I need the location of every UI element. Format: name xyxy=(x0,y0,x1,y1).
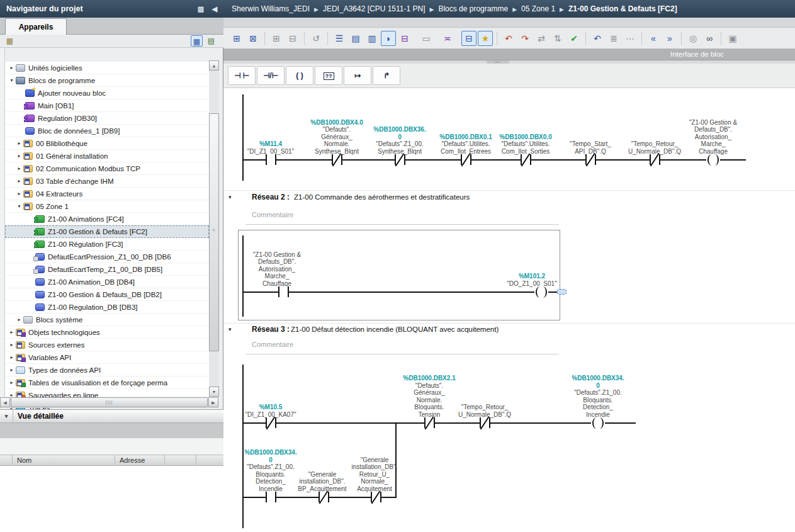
operand-label[interactable]: "Generale installation_DB". Retour_U_ No… xyxy=(347,456,402,493)
nc-contact[interactable] xyxy=(585,154,596,165)
scroll-down-icon[interactable]: ▼ xyxy=(209,387,219,397)
operand-label[interactable]: %M10.5"DI_Z1_00_KA07" xyxy=(236,404,305,418)
detail-col-adresse[interactable]: Adresse xyxy=(115,455,165,466)
operand-label[interactable]: %M11.4"DI_Z1_00_S01" xyxy=(239,140,302,155)
output-coil[interactable] xyxy=(534,286,548,298)
drag-handle[interactable] xyxy=(557,289,567,295)
operand-label[interactable]: "Tempo_Start_ API_DB".Q xyxy=(559,140,622,155)
expand-icon[interactable]: ▸ xyxy=(8,65,16,71)
collapse-icon[interactable]: ▾ xyxy=(8,77,16,83)
find-replace-icon[interactable]: ◎ xyxy=(685,31,701,46)
tree-item-02-communication-modbus[interactable]: ▸02 Communication Modbus TCP xyxy=(5,162,209,175)
scroll-right-icon[interactable]: ▶ xyxy=(208,397,218,407)
insert-row-below-icon[interactable]: ⊟ xyxy=(285,31,300,46)
sort-filter-icon[interactable]: ▩ xyxy=(4,35,16,47)
operand-label[interactable]: "Tempo_Retour_ U_Normale_DB".Q xyxy=(623,140,686,155)
nc-contact[interactable] xyxy=(371,492,381,502)
tree-item-blocs-systeme[interactable]: ▸Blocs système xyxy=(5,314,209,326)
favorite-empty-box-icon[interactable]: ?? xyxy=(315,66,342,85)
tree-item-defautecartpression-db6[interactable]: DefautEcartPression_Z1_00_DB [DB6 xyxy=(5,251,209,263)
lad-editor-canvas[interactable]: %M11.4"DI_Z1_00_S01" %DB1000.DBX4.0"Defa… xyxy=(223,88,795,532)
tree-item-objets-technologiques[interactable]: ▸Objets technologiques xyxy=(5,326,209,339)
tab-appareils[interactable]: Appareils xyxy=(5,18,67,35)
expand-icon[interactable]: ▸ xyxy=(15,140,23,146)
expand-icon[interactable]: ▸ xyxy=(15,191,23,196)
update-block-calls-icon[interactable]: ⇄ xyxy=(534,31,549,46)
expand-icon[interactable]: ▸ xyxy=(8,367,16,373)
favorite-open-branch-icon[interactable]: ↦ xyxy=(344,66,371,85)
operand-label[interactable]: "Z1-00 Gestion & Defauts_DB". Autorisati… xyxy=(679,119,748,156)
favorite-nc-contact-icon[interactable]: ⊣/⊢ xyxy=(257,66,285,85)
network-comments-toggle-icon[interactable]: ▥ xyxy=(364,31,380,46)
nc-contact[interactable] xyxy=(332,154,342,165)
jump-to-next-point-icon[interactable]: » xyxy=(662,31,677,46)
know-how-protection-icon[interactable]: ▣ xyxy=(725,31,740,46)
operand-label[interactable]: "Generale installation_DB". BP_Acquittem… xyxy=(295,471,350,493)
nc-contact[interactable] xyxy=(480,417,490,428)
scroll-up-icon[interactable]: ▲ xyxy=(209,60,219,71)
expand-icon[interactable]: ▸ xyxy=(15,166,23,171)
output-coil[interactable] xyxy=(591,417,605,429)
chevron-down-icon[interactable]: ▾ xyxy=(0,410,13,423)
next-error-icon[interactable]: ↷ xyxy=(517,31,533,46)
detail-col-nom[interactable]: Nom xyxy=(13,455,115,466)
network-comment-placeholder[interactable]: Commentaire xyxy=(252,211,293,218)
insert-empty-box-icon[interactable]: ▭ xyxy=(419,31,434,46)
network-3-title[interactable]: Z1-00 Défaut détection incendie (BLOQUAN… xyxy=(291,325,499,333)
tree-item-regulation-ob30[interactable]: Regulation [OB30] xyxy=(5,112,209,125)
operand-label[interactable]: "Tempo_Retour_ U_Normale_DB".Q xyxy=(456,404,514,418)
breadcrumb-item-zone[interactable]: 05 Zone 1 xyxy=(521,0,555,18)
expand-icon[interactable]: ▸ xyxy=(15,178,23,184)
favorite-no-contact-icon[interactable]: ⊣ ⊢ xyxy=(228,66,256,85)
operand-label[interactable]: %DB1000.DBX36. 0"Defauts".Z1_00. Synthes… xyxy=(368,126,431,155)
favorites-toggle-icon[interactable]: ★ xyxy=(478,31,493,46)
favorite-close-branch-icon[interactable]: ↱ xyxy=(373,66,400,85)
detail-view-header[interactable]: ▾ Vue détaillée xyxy=(0,409,223,423)
call-structure-icon[interactable]: ≣ xyxy=(606,31,621,46)
nc-contact[interactable] xyxy=(521,154,531,165)
no-contact[interactable] xyxy=(266,154,276,165)
tree-item-00-bibliotheque[interactable]: ▸00 Blibliothèque xyxy=(5,137,209,150)
expand-icon[interactable]: ▸ xyxy=(8,380,16,385)
nc-contact[interactable] xyxy=(395,154,405,165)
reset-start-values-icon[interactable]: ↺ xyxy=(308,31,324,46)
details-display-icon[interactable]: ▦ xyxy=(191,35,203,47)
expand-icon[interactable]: ▸ xyxy=(8,329,16,335)
breadcrumb-item-current-block[interactable]: Z1-00 Gestion & Defauts [FC2] xyxy=(568,0,677,18)
tree-item-z1-00-gestion-defauts-fc2[interactable]: Z1-00 Gestion & Defauts [FC2] xyxy=(5,225,209,238)
tree-item-z1-00-gestion-defauts-db2[interactable]: Z1-00 Gestion & Defauts_DB [DB2] xyxy=(5,288,209,301)
scroll-left-icon[interactable]: ◀ xyxy=(0,397,10,407)
tree-item-z1-00-animations-fc4[interactable]: Z1-00 Animations [FC4] xyxy=(5,213,209,225)
operand-label[interactable]: %DB1000.DBX0.1"Defauts".Utilites. Com_Il… xyxy=(434,133,497,156)
operand-label[interactable]: %DB1000.DBX34. 0"Defauts".Z1_00. Bloquan… xyxy=(563,375,633,418)
consistency-check-icon[interactable]: ✔ xyxy=(567,31,582,46)
expand-icon[interactable]: ▸ xyxy=(15,153,23,159)
tree-item-04-extracteurs[interactable]: ▸04 Extracteurs xyxy=(5,188,209,200)
jump-to-previous-point-icon[interactable]: « xyxy=(646,31,661,46)
pin-panel-icon[interactable]: ▥ xyxy=(195,3,206,14)
collapse-icon[interactable]: ▾ xyxy=(15,203,23,209)
tree-item-blocs-de-programme[interactable]: ▾Blocs de programme xyxy=(5,74,209,87)
expand-icon[interactable]: ▸ xyxy=(8,342,16,348)
goto-previous-usage-icon[interactable]: ↶ xyxy=(590,31,605,46)
insert-row-icon[interactable]: ⊞ xyxy=(269,31,284,46)
tree-item-unites-logicielles[interactable]: ▸Unités logicielles xyxy=(5,62,209,74)
breadcrumb-item-project[interactable]: Sherwin Williams_JEDI xyxy=(232,0,310,18)
tree-item-defautecarttemp-db5[interactable]: DefautEcartTemp_Z1_00_DB [DB5] xyxy=(5,263,209,276)
tree-item-01-general-installation[interactable]: ▸01 Général installation xyxy=(5,150,209,162)
tree-horizontal-scrollbar[interactable]: ◀ |||| ▶ xyxy=(0,397,219,408)
free-comments-toggle-icon[interactable]: ◗ xyxy=(381,31,396,46)
operand-label[interactable]: %M101.2"DO_Z1_00_S01" xyxy=(497,273,567,287)
operand-label[interactable]: "Z1-00 Gestion & Defauts_DB". Autorisati… xyxy=(242,251,312,288)
tree-item-variables-api[interactable]: ▸Variables API xyxy=(5,351,209,364)
expand-icon[interactable]: ▸ xyxy=(15,317,23,322)
network-collapse-icon[interactable]: ▾ xyxy=(228,194,232,200)
no-contact[interactable] xyxy=(278,286,289,297)
operand-label[interactable]: %DB1000.DBX4.0"Defauts". Généraux_ Norma… xyxy=(305,119,368,156)
tree-item-05-zone-1[interactable]: ▾05 Zone 1 xyxy=(5,200,209,213)
collapse-panel-icon[interactable]: ◀ xyxy=(209,3,220,14)
tree-hscrollbar-thumb[interactable]: |||| xyxy=(11,397,208,407)
tree-item-bloc-de-donnees-db9[interactable]: Bloc de données_1 [DB9] xyxy=(5,125,209,137)
nc-contact[interactable] xyxy=(650,154,660,165)
operand-display-icon[interactable]: ☰ xyxy=(332,31,347,46)
